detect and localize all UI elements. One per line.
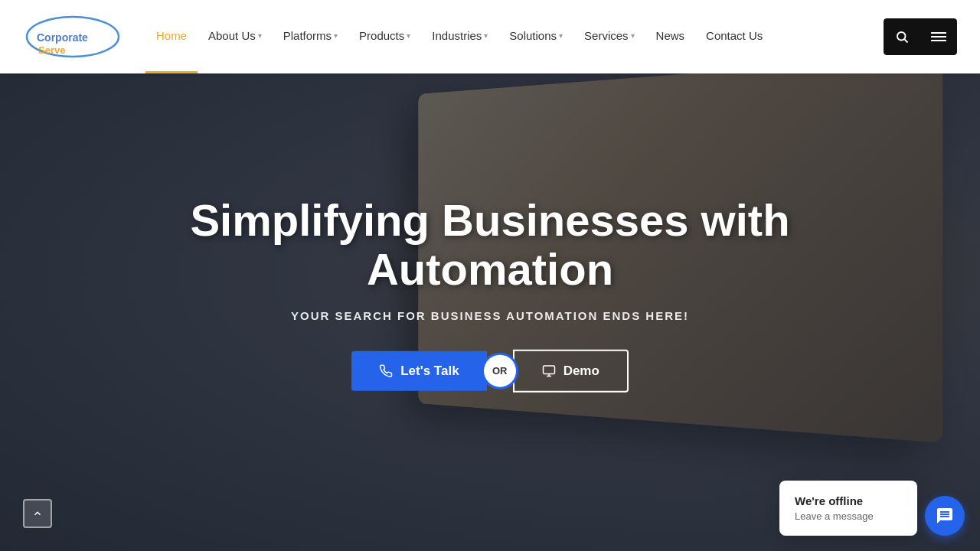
- chevron-down-icon: ▾: [258, 31, 262, 40]
- nav-products[interactable]: Products ▾: [348, 0, 421, 73]
- chevron-down-icon: ▾: [334, 31, 338, 40]
- lets-talk-button[interactable]: Let's Talk: [351, 350, 486, 390]
- logo[interactable]: Corporate Serve: [23, 14, 122, 60]
- hero-buttons: Let's Talk OR Demo: [145, 349, 835, 392]
- scroll-up-button[interactable]: [23, 499, 52, 528]
- nav-right-actions: [884, 18, 957, 55]
- svg-text:Corporate: Corporate: [37, 31, 88, 44]
- chevron-down-icon: ▾: [407, 31, 410, 40]
- nav-solutions[interactable]: Solutions ▾: [498, 0, 573, 73]
- nav-contact[interactable]: Contact Us: [695, 0, 773, 73]
- nav-home[interactable]: Home: [145, 0, 198, 73]
- chevron-down-icon: ▾: [559, 31, 563, 40]
- svg-line-4: [904, 39, 907, 42]
- demo-button[interactable]: Demo: [513, 349, 629, 392]
- hero-subtitle: YOUR SEARCH FOR BUSINESS AUTOMATION ENDS…: [145, 308, 835, 321]
- svg-point-3: [897, 32, 906, 41]
- nav-news[interactable]: News: [645, 0, 696, 73]
- nav-platforms[interactable]: Platforms ▾: [273, 0, 348, 73]
- chat-status: We're offline: [795, 494, 902, 507]
- nav-services[interactable]: Services ▾: [573, 0, 645, 73]
- nav-about[interactable]: About Us ▾: [198, 0, 273, 73]
- chat-open-button[interactable]: [925, 496, 965, 536]
- hero-content: Simplifying Businesses with Automation Y…: [145, 159, 835, 393]
- search-menu-group: [884, 18, 957, 55]
- nav-links: Home About Us ▾ Platforms ▾ Products ▾ I…: [145, 0, 884, 73]
- svg-text:Serve: Serve: [38, 44, 65, 56]
- svg-rect-8: [543, 366, 554, 374]
- chat-popup[interactable]: We're offline Leave a message: [779, 481, 917, 536]
- hero-title: Simplifying Businesses with Automation: [145, 196, 835, 294]
- nav-industries[interactable]: Industries ▾: [421, 0, 498, 73]
- chat-widget: We're offline Leave a message: [779, 481, 965, 536]
- navbar: Corporate Serve Home About Us ▾ Platform…: [0, 0, 980, 73]
- chat-cta: Leave a message: [795, 510, 902, 522]
- or-divider: OR: [484, 354, 516, 386]
- search-button[interactable]: [884, 18, 920, 55]
- chevron-down-icon: ▾: [484, 31, 488, 40]
- hamburger-menu-button[interactable]: [920, 18, 957, 55]
- chevron-down-icon: ▾: [631, 31, 635, 40]
